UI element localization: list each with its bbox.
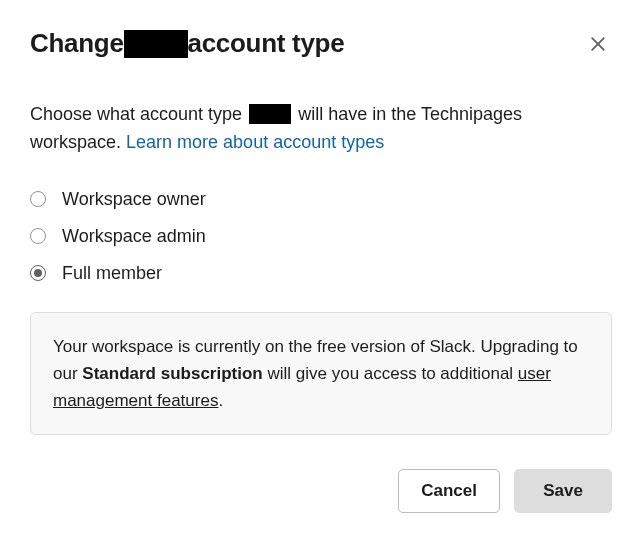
title-prefix: Change xyxy=(30,28,124,59)
redacted-name-title xyxy=(124,30,188,58)
radio-label-owner: Workspace owner xyxy=(62,189,206,210)
radio-option-member[interactable]: Full member xyxy=(30,263,612,284)
dialog-footer: Cancel Save xyxy=(398,469,612,513)
desc-suffix-1: will have in the xyxy=(298,104,421,124)
upgrade-info-box: Your workspace is currently on the free … xyxy=(30,312,612,436)
info-period: . xyxy=(218,391,223,410)
save-button[interactable]: Save xyxy=(514,469,612,513)
info-text-2: will give you access to additional xyxy=(263,364,518,383)
close-icon xyxy=(588,34,608,54)
cancel-button[interactable]: Cancel xyxy=(398,469,500,513)
redacted-name-desc xyxy=(249,104,291,124)
desc-prefix: Choose what account type xyxy=(30,104,242,124)
desc-suffix-2: workspace. xyxy=(30,132,126,152)
close-button[interactable] xyxy=(584,30,612,58)
radio-label-admin: Workspace admin xyxy=(62,226,206,247)
title-suffix: account type xyxy=(188,28,345,59)
learn-more-link[interactable]: Learn more about account types xyxy=(126,132,384,152)
radio-indicator xyxy=(30,191,46,207)
radio-option-owner[interactable]: Workspace owner xyxy=(30,189,612,210)
account-type-radio-group: Workspace owner Workspace admin Full mem… xyxy=(30,189,612,284)
dialog-description: Choose what account type will have in th… xyxy=(30,101,612,157)
radio-indicator-selected xyxy=(30,265,46,281)
info-bold: Standard subscription xyxy=(82,364,262,383)
radio-option-admin[interactable]: Workspace admin xyxy=(30,226,612,247)
radio-indicator xyxy=(30,228,46,244)
radio-label-member: Full member xyxy=(62,263,162,284)
workspace-name: Technipages xyxy=(421,104,522,124)
dialog-title: Change account type xyxy=(30,28,344,59)
